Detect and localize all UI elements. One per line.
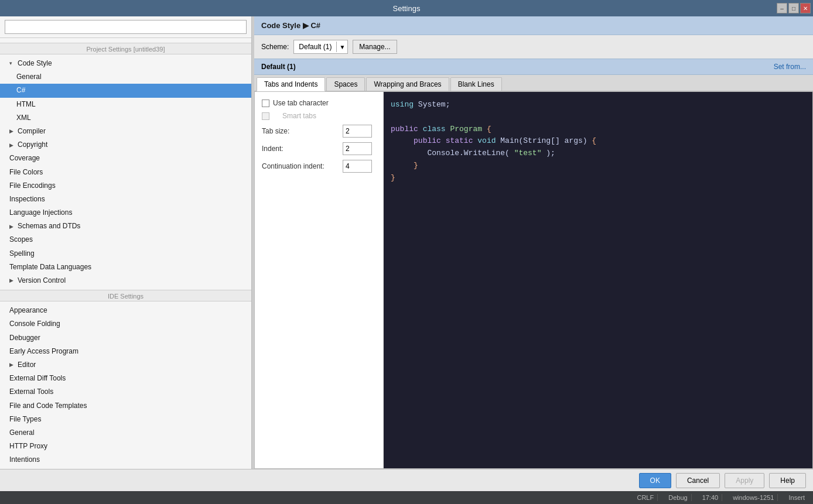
settings-panel: Use tab character Smart tabs Tab size:: [255, 92, 384, 468]
use-tab-character-checkbox[interactable]: [262, 100, 269, 107]
code-line-1: using System;: [391, 99, 805, 111]
sidebar-item-template-data[interactable]: Template Data Languages: [0, 260, 251, 274]
window-controls: – □ ✕: [777, 0, 811, 16]
settings-window: Settings – □ ✕ Project Settings [untitle…: [0, 0, 813, 504]
sidebar-item-ext-diff[interactable]: External Diff Tools: [0, 372, 251, 385]
sidebar-item-intentions[interactable]: Intentions: [0, 453, 251, 467]
close-button[interactable]: ✕: [800, 3, 811, 13]
sidebar-item-version-control[interactable]: ▶ Version Control: [0, 274, 251, 287]
scheme-select[interactable]: Default (1) ▼: [293, 40, 348, 54]
breadcrumb: Code Style ▶ C#: [261, 21, 320, 30]
sidebar-item-csharp[interactable]: C#: [0, 84, 251, 97]
sidebar-item-ext-tools[interactable]: External Tools: [0, 385, 251, 399]
left-panel: Project Settings [untitled39] ▾ Code Sty…: [0, 16, 252, 469]
code-line-2: [391, 111, 805, 124]
sidebar-item-label: Copyright: [18, 139, 47, 150]
sidebar-item-label: Compiler: [18, 126, 46, 137]
tab-size-label: Tab size:: [262, 127, 338, 135]
manage-button[interactable]: Manage...: [353, 40, 397, 54]
sidebar-item-file-code-templates[interactable]: File and Code Templates: [0, 399, 251, 413]
tab-size-input[interactable]: [343, 125, 372, 138]
sidebar-item-inspections[interactable]: Inspections: [0, 193, 251, 206]
arrow-icon: ▶: [9, 361, 15, 369]
cancel-button[interactable]: Cancel: [676, 473, 720, 488]
scheme-label: Scheme:: [261, 43, 289, 51]
status-encoding: windows-1251: [729, 494, 778, 501]
tab-wrapping-braces[interactable]: Wrapping and Braces: [366, 77, 449, 91]
indent-row: Indent:: [262, 142, 376, 155]
tab-tabs-indents[interactable]: Tabs and Indents: [257, 77, 325, 91]
apply-button[interactable]: Apply: [725, 473, 764, 488]
sidebar-item-label: Schemas and DTDs: [18, 221, 80, 232]
status-bar: CRLF Debug 17:40 windows-1251 Insert: [0, 491, 813, 504]
smart-tabs-label: Smart tabs: [273, 112, 316, 120]
code-preview: using System; public class Program {: [384, 92, 812, 468]
search-bar: [0, 16, 251, 38]
indent-input[interactable]: [343, 142, 372, 155]
sidebar-item-file-types[interactable]: File Types: [0, 413, 251, 426]
sidebar-item-code-style[interactable]: ▾ Code Style: [0, 57, 251, 70]
tree-container: Project Settings [untitled39] ▾ Code Sty…: [0, 38, 251, 469]
arrow-icon: ▶: [9, 222, 15, 231]
use-tab-character-label: Use tab character: [273, 99, 329, 107]
window-title: Settings: [393, 4, 421, 13]
continuation-indent-label: Continuation indent:: [262, 162, 338, 170]
arrow-icon: ▾: [9, 59, 15, 67]
sidebar-item-copyright[interactable]: ▶ Copyright: [0, 138, 251, 152]
code-line-6: }: [391, 160, 805, 172]
smart-tabs-row: Smart tabs: [262, 112, 376, 120]
project-settings-header: Project Settings [untitled39]: [0, 43, 251, 54]
ide-settings-header: IDE Settings: [0, 290, 251, 301]
arrow-icon: ▶: [9, 141, 15, 149]
tabs-row: Tabs and Indents Spaces Wrapping and Bra…: [254, 75, 813, 91]
sidebar-item-compiler[interactable]: ▶ Compiler: [0, 125, 251, 138]
sidebar-item-coverage[interactable]: Coverage: [0, 152, 251, 165]
right-panel: Code Style ▶ C# Scheme: Default (1) ▼ Ma…: [254, 16, 813, 469]
status-insert: Insert: [785, 494, 808, 501]
sidebar-item-file-colors[interactable]: File Colors: [0, 166, 251, 179]
sidebar-item-editor[interactable]: ▶ Editor: [0, 358, 251, 372]
sidebar-item-early-access[interactable]: Early Access Program: [0, 345, 251, 358]
arrow-icon: ▶: [9, 276, 15, 284]
maximize-button[interactable]: □: [788, 3, 799, 13]
sidebar-item-file-encodings[interactable]: File Encodings: [0, 179, 251, 193]
sidebar-item-label: Version Control: [18, 275, 66, 286]
set-from-link[interactable]: Set from...: [774, 63, 806, 71]
bottom-bar: OK Cancel Apply Help: [0, 469, 813, 491]
code-line-4: public static void Main(String[] args) {: [391, 135, 805, 148]
sidebar-item-general2[interactable]: General: [0, 426, 251, 440]
continuation-indent-row: Continuation indent:: [262, 160, 376, 173]
arrow-icon: ▶: [9, 127, 15, 135]
ok-button[interactable]: OK: [639, 473, 671, 488]
right-header: Code Style ▶ C#: [254, 16, 813, 35]
sidebar-item-debugger[interactable]: Debugger: [0, 331, 251, 345]
tab-spaces[interactable]: Spaces: [326, 77, 365, 91]
main-content: Project Settings [untitled39] ▾ Code Sty…: [0, 16, 813, 469]
sidebar-item-label: Code Style: [18, 58, 52, 69]
sidebar-item-html[interactable]: HTML: [0, 98, 251, 111]
tab-blank-lines[interactable]: Blank Lines: [450, 77, 502, 91]
continuation-indent-input[interactable]: [343, 160, 372, 173]
sidebar-item-language-injections[interactable]: Language Injections: [0, 206, 251, 220]
title-bar: Settings – □ ✕: [0, 0, 813, 16]
sidebar-item-appearance[interactable]: Appearance: [0, 304, 251, 317]
chevron-down-icon[interactable]: ▼: [337, 44, 347, 50]
code-line-5: Console.WriteLine( "test" );: [391, 148, 805, 160]
sidebar-item-xml[interactable]: XML: [0, 111, 251, 125]
content-area: Use tab character Smart tabs Tab size:: [254, 91, 813, 469]
help-button[interactable]: Help: [769, 473, 806, 488]
code-line-7: }: [391, 172, 805, 184]
sidebar-item-console-folding[interactable]: Console Folding: [0, 317, 251, 331]
sidebar-item-http-proxy[interactable]: HTTP Proxy: [0, 440, 251, 453]
minimize-button[interactable]: –: [777, 3, 787, 13]
sidebar-item-scopes[interactable]: Scopes: [0, 233, 251, 246]
scheme-select-value: Default (1): [294, 42, 337, 52]
sidebar-item-spelling[interactable]: Spelling: [0, 247, 251, 260]
status-debug: Debug: [665, 494, 691, 501]
status-crlf: CRLF: [633, 494, 658, 501]
sidebar-item-label: Editor: [18, 359, 36, 371]
sidebar-item-general[interactable]: General: [0, 70, 251, 84]
search-input[interactable]: [5, 20, 247, 34]
sidebar-item-schemas-dtds[interactable]: ▶ Schemas and DTDs: [0, 220, 251, 233]
status-position: 17:40: [699, 494, 723, 501]
